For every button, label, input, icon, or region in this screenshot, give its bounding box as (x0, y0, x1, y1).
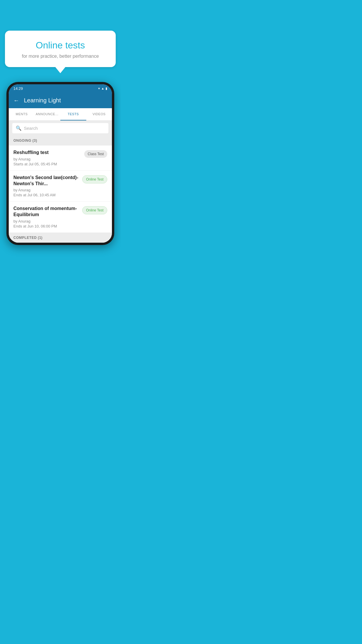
test-author: by Anurag (13, 157, 81, 161)
speech-bubble-container: Online tests for more practice, better p… (5, 31, 116, 73)
bubble-tail (55, 67, 66, 73)
test-date: Starts at Jul 05, 05:45 PM (13, 162, 81, 166)
test-date: Ends at Jun 10, 06:00 PM (13, 224, 79, 228)
signal-icon: ▲ (101, 87, 104, 90)
speech-bubble: Online tests for more practice, better p… (5, 31, 116, 67)
test-info: Reshuffling test by Anurag Starts at Jul… (13, 150, 81, 166)
bubble-title: Online tests (14, 40, 107, 51)
test-author: by Anurag (13, 219, 79, 223)
test-item[interactable]: Reshuffling test by Anurag Starts at Jul… (9, 146, 112, 171)
tabs-bar: MENTS ANNOUNCEMENTS TESTS VIDEOS (9, 108, 112, 121)
battery-icon: ▮ (106, 87, 107, 90)
status-time: 14:29 (13, 86, 23, 91)
status-icons: ▾ ▲ ▮ (98, 87, 107, 90)
test-badge-class: Class Test (84, 150, 107, 158)
tab-tests[interactable]: TESTS (60, 108, 86, 120)
search-icon: 🔍 (16, 125, 22, 131)
back-button[interactable]: ← (13, 97, 19, 104)
ongoing-section-header: ONGOING (3) (9, 136, 112, 146)
completed-section-header: COMPLETED (1) (9, 233, 112, 243)
phone-frame: 14:29 ▾ ▲ ▮ ← Learning Light MENTS ANNOU… (6, 82, 114, 245)
test-author: by Anurag (13, 188, 79, 192)
test-list: Reshuffling test by Anurag Starts at Jul… (9, 146, 112, 233)
wifi-icon: ▾ (98, 87, 100, 90)
tab-ments[interactable]: MENTS (9, 108, 35, 120)
status-bar: 14:29 ▾ ▲ ▮ (9, 84, 112, 92)
test-date: Ends at Jul 06, 10:45 AM (13, 193, 79, 197)
test-title: Newton's Second law(contd)-Newton's Thir… (13, 175, 79, 187)
search-box[interactable]: 🔍 Search (12, 123, 108, 133)
search-container: 🔍 Search (9, 121, 112, 136)
app-bar-title: Learning Light (24, 97, 61, 104)
test-badge-online-2: Online Test (82, 206, 107, 214)
phone-screen: 14:29 ▾ ▲ ▮ ← Learning Light MENTS ANNOU… (9, 84, 112, 243)
tab-videos[interactable]: VIDEOS (86, 108, 112, 120)
test-item[interactable]: Newton's Second law(contd)-Newton's Thir… (9, 171, 112, 202)
test-title: Conservation of momentum-Equilibrium (13, 206, 79, 218)
test-item[interactable]: Conservation of momentum-Equilibrium by … (9, 202, 112, 233)
tab-announcements[interactable]: ANNOUNCEMENTS (35, 108, 61, 120)
test-info: Newton's Second law(contd)-Newton's Thir… (13, 175, 79, 197)
test-title: Reshuffling test (13, 150, 81, 156)
search-placeholder-text: Search (24, 126, 38, 131)
app-bar: ← Learning Light (9, 92, 112, 108)
test-info: Conservation of momentum-Equilibrium by … (13, 206, 79, 228)
bubble-subtitle: for more practice, better performance (14, 54, 107, 59)
test-badge-online: Online Test (82, 175, 107, 183)
